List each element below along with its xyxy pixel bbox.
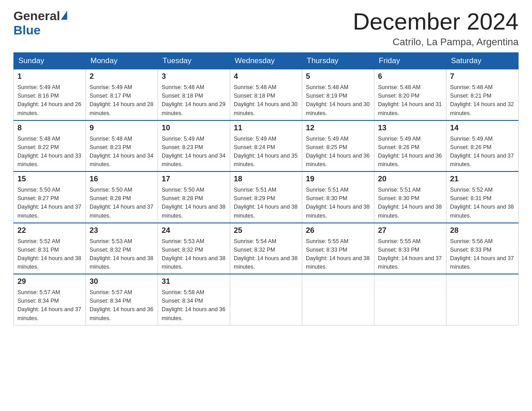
calendar-cell: 1 Sunrise: 5:49 AMSunset: 8:16 PMDayligh… xyxy=(14,69,86,120)
day-number: 12 xyxy=(306,124,370,133)
day-info: Sunrise: 5:58 AMSunset: 8:34 PMDaylight:… xyxy=(162,289,225,321)
month-title: December 2024 xyxy=(353,9,519,34)
calendar-cell: 14 Sunrise: 5:49 AMSunset: 8:26 PMDaylig… xyxy=(446,120,519,172)
calendar-cell: 2 Sunrise: 5:49 AMSunset: 8:17 PMDayligh… xyxy=(86,69,158,120)
day-number: 16 xyxy=(90,175,154,184)
day-number: 19 xyxy=(306,175,370,184)
day-number: 22 xyxy=(17,226,82,235)
day-number: 3 xyxy=(162,72,226,81)
day-info: Sunrise: 5:49 AMSunset: 8:16 PMDaylight:… xyxy=(17,84,81,116)
day-info: Sunrise: 5:52 AMSunset: 8:31 PMDaylight:… xyxy=(17,238,81,270)
day-number: 18 xyxy=(234,175,298,184)
calendar-week-row: 1 Sunrise: 5:49 AMSunset: 8:16 PMDayligh… xyxy=(14,69,519,120)
day-info: Sunrise: 5:55 AMSunset: 8:33 PMDaylight:… xyxy=(306,238,369,270)
day-number: 14 xyxy=(450,124,515,133)
calendar-week-row: 29 Sunrise: 5:57 AMSunset: 8:34 PMDaylig… xyxy=(14,274,519,325)
day-number: 26 xyxy=(306,226,370,235)
calendar-cell: 7 Sunrise: 5:48 AMSunset: 8:21 PMDayligh… xyxy=(446,69,519,120)
day-info: Sunrise: 5:48 AMSunset: 8:19 PMDaylight:… xyxy=(306,84,369,116)
logo-general-text: General xyxy=(13,9,60,23)
day-info: Sunrise: 5:50 AMSunset: 8:28 PMDaylight:… xyxy=(162,187,225,218)
calendar-cell: 11 Sunrise: 5:49 AMSunset: 8:24 PMDaylig… xyxy=(230,120,302,172)
calendar-cell: 6 Sunrise: 5:48 AMSunset: 8:20 PMDayligh… xyxy=(374,69,446,120)
day-number: 15 xyxy=(17,175,82,184)
calendar-cell: 4 Sunrise: 5:48 AMSunset: 8:18 PMDayligh… xyxy=(230,69,302,120)
calendar-cell: 20 Sunrise: 5:51 AMSunset: 8:30 PMDaylig… xyxy=(374,171,446,223)
day-info: Sunrise: 5:54 AMSunset: 8:32 PMDaylight:… xyxy=(234,238,297,270)
calendar-cell: 28 Sunrise: 5:56 AMSunset: 8:33 PMDaylig… xyxy=(446,223,519,274)
day-number: 31 xyxy=(162,277,226,286)
day-number: 27 xyxy=(378,226,442,235)
day-number: 10 xyxy=(162,124,226,133)
day-number: 5 xyxy=(306,72,370,81)
day-number: 9 xyxy=(90,124,154,133)
day-number: 4 xyxy=(234,72,298,81)
calendar-cell: 26 Sunrise: 5:55 AMSunset: 8:33 PMDaylig… xyxy=(302,223,374,274)
day-number: 29 xyxy=(17,277,82,286)
day-info: Sunrise: 5:49 AMSunset: 8:26 PMDaylight:… xyxy=(450,136,514,167)
day-number: 8 xyxy=(17,124,82,133)
day-info: Sunrise: 5:57 AMSunset: 8:34 PMDaylight:… xyxy=(90,289,153,321)
calendar-cell: 8 Sunrise: 5:48 AMSunset: 8:22 PMDayligh… xyxy=(14,120,86,172)
day-info: Sunrise: 5:57 AMSunset: 8:34 PMDaylight:… xyxy=(17,289,81,321)
day-info: Sunrise: 5:53 AMSunset: 8:32 PMDaylight:… xyxy=(162,238,225,270)
day-info: Sunrise: 5:51 AMSunset: 8:30 PMDaylight:… xyxy=(378,187,442,218)
logo: General Blue xyxy=(13,9,68,38)
calendar-cell: 16 Sunrise: 5:50 AMSunset: 8:28 PMDaylig… xyxy=(86,171,158,223)
weekday-header-tuesday: Tuesday xyxy=(158,53,230,69)
weekday-header-saturday: Saturday xyxy=(446,53,519,69)
calendar-week-row: 22 Sunrise: 5:52 AMSunset: 8:31 PMDaylig… xyxy=(14,223,519,274)
calendar-cell: 17 Sunrise: 5:50 AMSunset: 8:28 PMDaylig… xyxy=(158,171,230,223)
calendar-cell: 15 Sunrise: 5:50 AMSunset: 8:27 PMDaylig… xyxy=(14,171,86,223)
calendar-cell: 9 Sunrise: 5:48 AMSunset: 8:23 PMDayligh… xyxy=(86,120,158,172)
calendar-cell: 12 Sunrise: 5:49 AMSunset: 8:25 PMDaylig… xyxy=(302,120,374,172)
day-info: Sunrise: 5:53 AMSunset: 8:32 PMDaylight:… xyxy=(90,238,153,270)
day-info: Sunrise: 5:55 AMSunset: 8:33 PMDaylight:… xyxy=(378,238,442,270)
calendar-cell: 27 Sunrise: 5:55 AMSunset: 8:33 PMDaylig… xyxy=(374,223,446,274)
day-info: Sunrise: 5:49 AMSunset: 8:24 PMDaylight:… xyxy=(234,136,297,167)
calendar-week-row: 8 Sunrise: 5:48 AMSunset: 8:22 PMDayligh… xyxy=(14,120,519,172)
day-number: 25 xyxy=(234,226,298,235)
day-number: 17 xyxy=(162,175,226,184)
calendar-cell: 31 Sunrise: 5:58 AMSunset: 8:34 PMDaylig… xyxy=(158,274,230,325)
day-info: Sunrise: 5:48 AMSunset: 8:23 PMDaylight:… xyxy=(90,136,153,167)
day-info: Sunrise: 5:48 AMSunset: 8:18 PMDaylight:… xyxy=(234,84,297,116)
day-info: Sunrise: 5:56 AMSunset: 8:33 PMDaylight:… xyxy=(450,238,514,270)
calendar-cell: 3 Sunrise: 5:48 AMSunset: 8:18 PMDayligh… xyxy=(158,69,230,120)
calendar-cell xyxy=(230,274,302,325)
page-header: General Blue December 2024 Catrilo, La P… xyxy=(13,9,519,48)
day-number: 23 xyxy=(90,226,154,235)
calendar-cell: 5 Sunrise: 5:48 AMSunset: 8:19 PMDayligh… xyxy=(302,69,374,120)
day-number: 20 xyxy=(378,175,442,184)
location-subtitle: Catrilo, La Pampa, Argentina xyxy=(353,36,519,48)
calendar-cell: 10 Sunrise: 5:49 AMSunset: 8:23 PMDaylig… xyxy=(158,120,230,172)
weekday-header-monday: Monday xyxy=(86,53,158,69)
logo-text: General xyxy=(13,9,68,23)
logo-triangle-icon xyxy=(61,11,67,20)
calendar-cell xyxy=(302,274,374,325)
logo-blue-text: Blue xyxy=(13,23,41,38)
day-info: Sunrise: 5:50 AMSunset: 8:27 PMDaylight:… xyxy=(17,187,81,218)
weekday-header-thursday: Thursday xyxy=(302,53,374,69)
day-number: 6 xyxy=(378,72,442,81)
weekday-header-row: SundayMondayTuesdayWednesdayThursdayFrid… xyxy=(14,53,519,69)
day-info: Sunrise: 5:49 AMSunset: 8:26 PMDaylight:… xyxy=(378,136,442,167)
calendar-week-row: 15 Sunrise: 5:50 AMSunset: 8:27 PMDaylig… xyxy=(14,171,519,223)
calendar-cell: 25 Sunrise: 5:54 AMSunset: 8:32 PMDaylig… xyxy=(230,223,302,274)
day-number: 28 xyxy=(450,226,515,235)
weekday-header-sunday: Sunday xyxy=(14,53,86,69)
day-number: 11 xyxy=(234,124,298,133)
day-info: Sunrise: 5:48 AMSunset: 8:22 PMDaylight:… xyxy=(17,136,81,167)
calendar-cell xyxy=(374,274,446,325)
calendar-cell: 22 Sunrise: 5:52 AMSunset: 8:31 PMDaylig… xyxy=(14,223,86,274)
day-number: 13 xyxy=(378,124,442,133)
day-info: Sunrise: 5:52 AMSunset: 8:31 PMDaylight:… xyxy=(450,187,514,218)
calendar-cell: 19 Sunrise: 5:51 AMSunset: 8:30 PMDaylig… xyxy=(302,171,374,223)
day-info: Sunrise: 5:49 AMSunset: 8:17 PMDaylight:… xyxy=(90,84,153,116)
day-number: 21 xyxy=(450,175,515,184)
day-info: Sunrise: 5:48 AMSunset: 8:21 PMDaylight:… xyxy=(450,84,514,116)
calendar-cell: 29 Sunrise: 5:57 AMSunset: 8:34 PMDaylig… xyxy=(14,274,86,325)
day-info: Sunrise: 5:49 AMSunset: 8:25 PMDaylight:… xyxy=(306,136,369,167)
day-number: 1 xyxy=(17,72,82,81)
calendar-cell xyxy=(446,274,519,325)
